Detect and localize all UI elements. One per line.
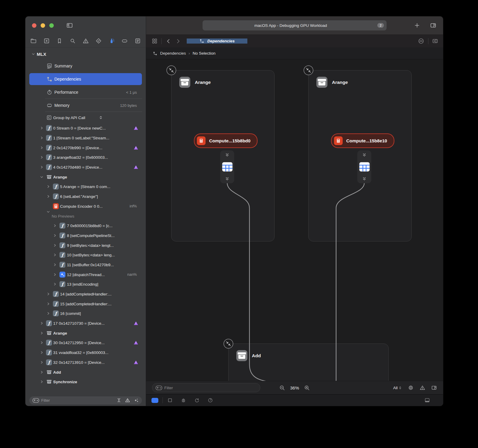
disclosure-right-icon[interactable] [46,312,50,315]
collapse-group-button[interactable] [166,65,176,75]
tree-row[interactable]: Dependencies [25,73,146,86]
disclosure-right-icon[interactable] [46,292,50,296]
tree-row[interactable]: Add [25,367,146,377]
disclosure-down-icon[interactable] [40,175,44,179]
sparkles-icon[interactable] [134,398,139,403]
tree-row[interactable]: ƒ4 0x14270d480 = [Device... [25,162,146,172]
updown-icon[interactable] [99,116,103,120]
tree-row[interactable]: ƒ17 0x142710730 = [Device... [25,318,146,328]
dependency-graph-canvas[interactable]: ArangeArangeAddCompute...15b8bd0 Compute… [146,59,443,381]
tree-row[interactable]: Compute Encoder 0 0...inf% [25,201,146,211]
tree-row[interactable]: Arange [25,172,146,182]
scope-selector[interactable]: All [393,386,402,390]
search-icon[interactable] [69,38,76,44]
tree-root-row[interactable]: MLX [25,49,146,59]
bookmark-icon[interactable] [56,38,63,44]
tree-row[interactable]: ƒ5 Arange = [Stream 0 com... [25,182,146,192]
flatten-icon[interactable] [116,398,122,403]
tree-row[interactable]: ƒ10 [setBytes:<data> leng... [25,250,146,260]
tab-dependencies[interactable]: Dependencies [187,39,247,44]
compute-encoder-node[interactable]: Compute...15b8e10 [331,133,394,148]
disclosure-right-icon[interactable] [40,360,44,364]
disclosure-right-icon[interactable] [53,224,57,228]
tree-row[interactable]: 12 [dispatchThread...nan% [25,270,146,279]
minimize-button[interactable] [41,23,45,28]
disclosure-right-icon[interactable] [53,282,57,286]
tree-row[interactable]: ƒ15 [addCompletedHandler:... [25,299,146,309]
disclosure-right-icon[interactable] [40,331,44,335]
tree-row[interactable]: ƒ14 [addCompletedHandler:... [25,289,146,299]
collapse-group-button[interactable] [304,65,313,75]
more-options-icon[interactable] [418,38,425,44]
tree-row[interactable]: ƒ30 0x142712950 = [Device... [25,338,146,348]
tag-icon[interactable] [121,38,128,44]
warning-icon[interactable] [82,38,89,44]
disclosure-down-icon[interactable] [46,210,50,214]
add-tab-button[interactable] [414,22,420,29]
compute-encoder-node[interactable]: Compute...15b8bd0 [194,133,258,148]
gauge-icon[interactable] [207,397,213,403]
panel-bottom-icon[interactable] [424,397,430,403]
zoom-button[interactable] [49,23,54,28]
tree-row[interactable]: ƒ13 [endEncoding] [25,279,146,289]
disclosure-right-icon[interactable] [53,273,57,276]
disclosure-right-icon[interactable] [53,233,57,237]
tree-row[interactable]: ƒ2 0x14270b990 = [Device... [25,143,146,153]
tree-row[interactable]: ƒ0 Stream 0 = [Device newC... [25,123,146,133]
tree-row[interactable]: Memory120 bytes [25,99,146,112]
disclosure-right-icon[interactable] [40,321,44,325]
disclosure-right-icon[interactable] [53,253,57,257]
buffer-table-icon[interactable] [358,161,370,172]
tree-row[interactable]: ƒ9 [setBytes:<data> lengt... [25,240,146,250]
tree-row[interactable]: Arange [25,328,146,338]
tree-row[interactable]: Summary [25,59,146,73]
sidebar-toggle-icon[interactable] [66,22,73,29]
disclosure-right-icon[interactable] [40,370,44,374]
tree-row[interactable]: ƒ3 arangefloat32 = [0x600003... [25,153,146,162]
report-icon[interactable] [134,38,141,44]
tree-row[interactable]: ƒ16 [commit] [25,309,146,318]
bug-icon[interactable] [180,397,186,403]
inspector-toggle-icon[interactable] [430,22,436,29]
related-items-icon[interactable] [151,38,158,44]
tree-row[interactable]: ƒ1 [Stream 0 setLabel:"Stream... [25,133,146,143]
warning-icon[interactable] [419,385,425,391]
tree-row[interactable]: ƒ32 0x142713910 = [Device... [25,358,146,367]
disclosure-right-icon[interactable] [46,195,50,198]
disclosure-right-icon[interactable] [40,126,44,130]
tree-row[interactable]: ƒ31 vvaddfloat32 = [0x600003... [25,348,146,358]
close-button[interactable] [32,23,36,28]
window-title-tab[interactable]: macOS App - Debugging GPU Workload 2 [203,20,387,30]
add-editor-icon[interactable] [432,38,438,44]
tree-row[interactable]: Synchronize [25,377,146,387]
disclosure-right-icon[interactable] [40,341,44,345]
tree-row[interactable]: ƒ8 [setComputePipelineSt... [25,231,146,241]
forward-button[interactable] [175,38,181,44]
disclosure-right-icon[interactable] [40,380,44,384]
disclosure-right-icon[interactable] [46,185,50,189]
diamond-check-icon[interactable] [95,38,102,44]
warning-icon[interactable] [125,398,130,403]
zoom-out-icon[interactable] [279,385,285,391]
tree-row[interactable]: ƒ6 [setLabel:"Arange"] [25,192,146,201]
capture-scope-chip[interactable] [151,398,158,403]
sidebar-filter-input[interactable]: Filter [29,396,142,404]
tree-row[interactable]: Group by API Call [25,112,146,123]
gear-icon[interactable] [408,385,414,391]
tree-row[interactable]: ƒ11 [setBuffer:0x14270b9... [25,260,146,270]
zoom-in-icon[interactable] [304,385,310,391]
disclosure-right-icon[interactable] [46,302,50,306]
disclosure-right-icon[interactable] [40,146,44,150]
disclosure-right-icon[interactable] [53,243,57,247]
tree-row[interactable]: Performance< 1 µs [25,86,146,99]
stop-icon[interactable] [167,397,173,403]
buffer-table-icon[interactable] [221,161,233,172]
resource-connector[interactable] [357,150,371,183]
resource-connector[interactable] [220,150,234,183]
back-button[interactable] [165,38,172,44]
breadcrumb-root[interactable]: Dependencies [160,51,186,56]
disclosure-right-icon[interactable] [53,263,57,267]
tree-row[interactable]: ƒ7 0x6000015b8bd0 = [c... [25,221,146,231]
tree-row[interactable]: No Previews [25,211,146,221]
gpu-frame-icon[interactable] [108,38,115,44]
